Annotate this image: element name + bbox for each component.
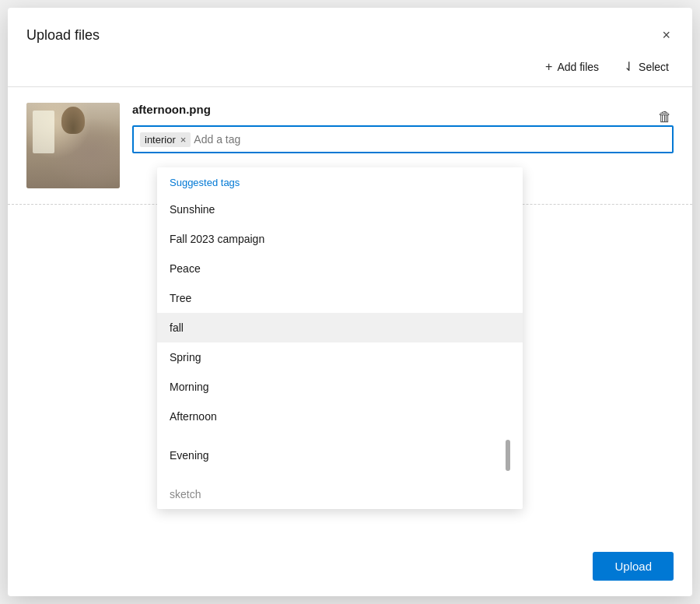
dropdown-item[interactable]: Spring	[157, 342, 523, 372]
tag-chip-label: interior	[145, 134, 176, 146]
tag-input-container[interactable]: interior ×	[132, 125, 674, 153]
scrollbar-thumb	[506, 440, 510, 471]
dropdown-item-label: Peace	[170, 262, 201, 275]
dialog-header: Upload files ×	[8, 8, 692, 56]
dropdown-item-label: Fall 2023 campaign	[170, 233, 264, 245]
dropdown-item-label: Evening	[170, 449, 209, 462]
tag-chip-remove-button[interactable]: ×	[180, 135, 187, 145]
dropdown-item-label: Spring	[170, 351, 201, 363]
tag-chip: interior ×	[140, 132, 191, 147]
add-files-label: Add files	[557, 61, 599, 73]
thumbnail-image	[26, 103, 120, 188]
select-label: Select	[639, 61, 669, 73]
dropdown-item-label: Tree	[170, 292, 191, 304]
file-name: afternoon.png	[132, 103, 674, 116]
delete-icon: 🗑	[658, 109, 672, 125]
add-icon: +	[545, 60, 552, 74]
dropdown-item[interactable]: Tree	[157, 283, 523, 313]
dropdown-item[interactable]: Evening	[157, 431, 523, 479]
dropdown-item[interactable]: Sunshine	[157, 195, 523, 224]
dialog-title: Upload files	[26, 27, 100, 44]
tag-dropdown: Suggested tags Sunshine Fall 2023 campai…	[157, 167, 523, 509]
select-button[interactable]: ⇃ Select	[619, 56, 674, 77]
dialog-toolbar: + Add files ⇃ Select	[8, 56, 692, 87]
close-button[interactable]: ×	[659, 25, 674, 45]
dropdown-item-label: Afternoon	[170, 410, 217, 423]
dropdown-item-highlighted[interactable]: fall	[157, 313, 523, 342]
select-icon: ⇃	[624, 59, 634, 74]
dropdown-item[interactable]: Morning	[157, 372, 523, 402]
delete-file-button[interactable]: 🗑	[653, 104, 677, 130]
dropdown-item-label: Morning	[170, 381, 209, 393]
dropdown-item[interactable]: Peace	[157, 254, 523, 283]
tag-input[interactable]	[194, 133, 666, 146]
dropdown-item[interactable]: Fall 2023 campaign	[157, 224, 523, 254]
dropdown-item-label: sketch	[170, 488, 201, 500]
dropdown-item-label: Sunshine	[170, 203, 215, 216]
file-thumbnail	[26, 103, 120, 188]
dropdown-item[interactable]: Afternoon	[157, 402, 523, 431]
add-files-button[interactable]: + Add files	[541, 57, 604, 77]
dropdown-item-muted[interactable]: sketch	[157, 479, 523, 509]
file-details: afternoon.png interior ×	[132, 103, 674, 153]
upload-button[interactable]: Upload	[593, 552, 674, 581]
dropdown-header: Suggested tags	[157, 167, 523, 195]
upload-dialog: Upload files × + Add files ⇃ Select afte…	[8, 8, 692, 596]
dialog-footer: Upload	[8, 536, 692, 596]
dropdown-item-label: fall	[170, 321, 184, 334]
